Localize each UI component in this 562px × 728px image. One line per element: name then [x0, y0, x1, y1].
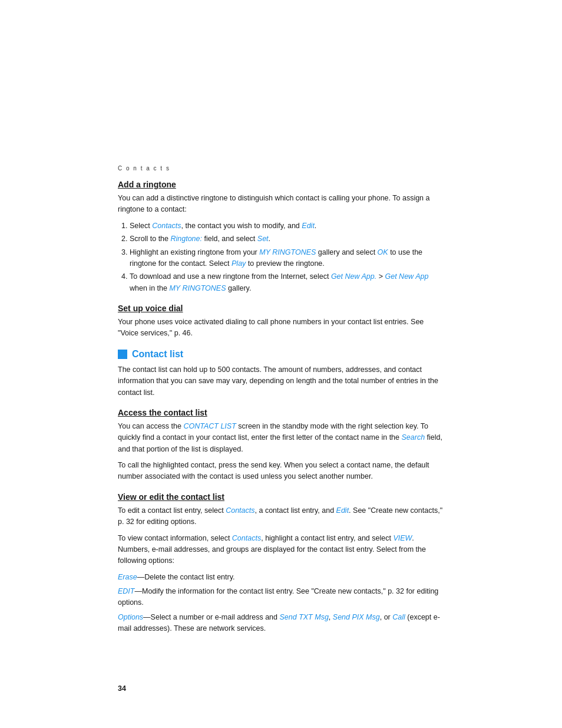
options-link: Options: [118, 613, 143, 621]
step2-ringtone-link: Ringtone:: [170, 235, 202, 243]
set-up-voice-dial-section: Set up voice dial Your phone uses voice …: [118, 304, 444, 340]
access-contact-list-heading: Access the contact list: [118, 408, 444, 417]
step-4: To download and use a new ringtone from …: [130, 271, 444, 294]
options-option: Options—Select a number or e-mail addres…: [118, 612, 444, 635]
section-label: C o n t a c t s: [118, 165, 444, 172]
step4-getnewapp1-link: Get New App.: [331, 272, 376, 281]
step-2: Scroll to the Ringtone: field, and selec…: [130, 233, 444, 245]
call-link: Call: [392, 613, 405, 621]
set-up-voice-dial-heading: Set up voice dial: [118, 304, 444, 313]
step3-myringtones-link: MY RINGTONES: [259, 248, 316, 256]
edit-link: EDIT: [118, 587, 134, 595]
contact-list-text: The contact list can hold up to 500 cont…: [118, 364, 444, 398]
edit-option: EDIT—Modify the information for the cont…: [118, 586, 444, 609]
ve-contacts-link2: Contacts: [232, 534, 261, 542]
access-contact-list-section: Access the contact list You can access t…: [118, 408, 444, 483]
erase-option: Erase—Delete the contact list entry.: [118, 572, 444, 583]
contact-list-link: CONTACT LIST: [183, 422, 236, 430]
step1-edit-link: Edit: [302, 222, 315, 230]
ve-view-link: VIEW: [393, 534, 412, 542]
add-ringtone-heading: Add a ringtone: [118, 180, 444, 189]
add-ringtone-steps: Select Contacts, the contact you wish to…: [130, 220, 444, 294]
step3-ok-link: OK: [378, 248, 388, 256]
add-ringtone-section: Add a ringtone You can add a distinctive…: [118, 180, 444, 294]
view-edit-contact-list-section: View or edit the contact list To edit a …: [118, 492, 444, 635]
contact-list-section: Contact list The contact list can hold u…: [118, 349, 444, 398]
view-edit-para1: To edit a contact list entry, select Con…: [118, 505, 444, 528]
access-contact-list-para1: You can access the CONTACT LIST screen i…: [118, 421, 444, 455]
blue-square-icon: [118, 350, 127, 359]
page-container: C o n t a c t s Add a ringtone You can a…: [0, 0, 562, 728]
step-1: Select Contacts, the contact you wish to…: [130, 220, 444, 232]
ve-contacts-link1: Contacts: [226, 506, 254, 515]
access-contact-list-para2: To call the highlighted contact, press t…: [118, 460, 444, 483]
contact-list-heading: Contact list: [118, 349, 444, 360]
ve-edit-link1: Edit: [336, 506, 349, 515]
step3-play-link: Play: [232, 259, 246, 268]
send-pix-link: Send PIX Msg: [333, 613, 380, 621]
view-edit-heading: View or edit the contact list: [118, 492, 444, 502]
send-txt-link: Send TXT Msg: [279, 613, 328, 621]
step1-contacts-link: Contacts: [152, 222, 181, 230]
search-field-link: Search: [402, 433, 425, 442]
step4-myringtones-link: MY RINGTONES: [169, 284, 226, 292]
add-ringtone-intro: You can add a distinctive ringtone to di…: [118, 193, 444, 216]
page-number: 34: [118, 684, 126, 693]
set-up-voice-dial-text: Your phone uses voice activated dialing …: [118, 317, 444, 340]
step2-set-link: Set: [257, 235, 269, 243]
step-3: Highlight an existing ringtone from your…: [130, 247, 444, 270]
step4-getnewapp2-link: Get New App: [385, 272, 429, 281]
view-edit-para2: To view contact information, select Cont…: [118, 533, 444, 567]
erase-link: Erase: [118, 573, 137, 581]
